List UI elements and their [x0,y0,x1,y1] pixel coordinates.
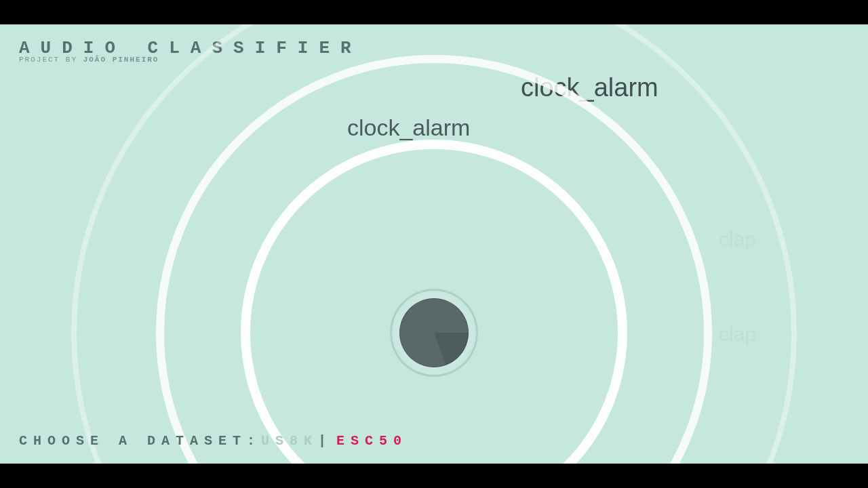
dataset-chooser: CHOOSE A DATASET: US8K | ESC50 [19,433,408,449]
dataset-option-us8k[interactable]: US8K [261,433,318,449]
record-button[interactable] [390,289,478,377]
app-subtitle: PROJECT BY JOÃO PINHEIRO [19,56,159,64]
author-name: JOÃO PINHEIRO [83,56,159,64]
app-stage: AUDIO CLASSIFIER PROJECT BY JOÃO PINHEIR… [0,24,868,464]
dataset-option-esc50[interactable]: ESC50 [336,433,408,449]
record-button-face [399,298,469,367]
chooser-separator: | [318,433,332,449]
subtitle-prefix: PROJECT BY [19,56,83,64]
chooser-label: CHOOSE A DATASET: [19,433,261,449]
